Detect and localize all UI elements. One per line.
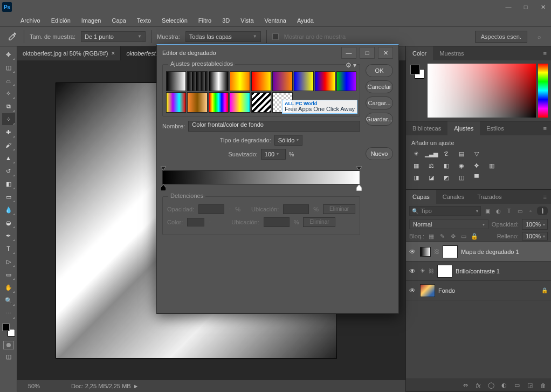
history-brush-tool[interactable]: ↺ [2, 165, 15, 177]
fill-select[interactable]: 100%▾ [522, 232, 548, 240]
screen-mode-toggle[interactable]: ◫ [2, 350, 15, 362]
gradient-name-input[interactable]: Color frontal/color de fondo [188, 121, 360, 132]
path-select-tool[interactable]: ▷ [2, 256, 15, 267]
hue-slider[interactable] [538, 64, 548, 118]
tab-color[interactable]: Color [406, 46, 433, 60]
eraser-tool[interactable]: ◧ [2, 178, 15, 190]
gradient-map-icon[interactable]: ▀ [472, 173, 481, 182]
photo-filter-icon[interactable]: ◉ [457, 161, 466, 170]
stop-location-input[interactable] [283, 204, 309, 214]
smooth-select[interactable]: 100▾ [261, 149, 286, 160]
move-tool[interactable]: ✥ [2, 49, 15, 60]
filter-image-icon[interactable]: ▣ [483, 207, 492, 215]
threshold-icon[interactable]: ◩ [442, 173, 451, 182]
opacity-stop-right[interactable] [356, 165, 362, 170]
brightness-icon[interactable]: ☀ [411, 149, 421, 158]
panel-menu-icon[interactable]: ≡ [539, 121, 551, 135]
preset-swatch-5[interactable] [272, 71, 292, 91]
clone-stamp-tool[interactable]: ▲ [2, 152, 15, 164]
tab-estilos[interactable]: Estilos [480, 121, 510, 135]
gradient-type-select[interactable]: Sólido▾ [274, 135, 303, 146]
opacity-select[interactable]: 100%▾ [522, 219, 548, 230]
tab-canales[interactable]: Canales [436, 190, 471, 204]
marquee-tool[interactable]: ◫ [2, 61, 15, 73]
tab-ajustes[interactable]: Ajustes [447, 121, 480, 135]
cancel-button[interactable]: Cancelar [366, 80, 393, 93]
preset-swatch-8[interactable] [336, 71, 356, 91]
menu-texto[interactable]: Texto [132, 16, 156, 25]
color-stop-right[interactable] [356, 184, 362, 190]
visibility-icon[interactable]: 👁 [409, 287, 417, 294]
preset-swatch-9[interactable] [166, 92, 186, 112]
window-close-button[interactable]: ✕ [537, 2, 549, 12]
lock-pixels-icon[interactable]: ▦ [428, 232, 435, 240]
menu-vista[interactable]: Vista [235, 16, 259, 25]
layer-row[interactable]: 👁⛓Mapa de degradado 1 [406, 242, 551, 262]
dialog-titlebar[interactable]: Editor de degradado — □ ✕ [157, 45, 398, 61]
group-icon[interactable]: ▭ [513, 382, 521, 389]
link-layers-icon[interactable]: ⇔ [462, 382, 469, 389]
eyedropper-tool[interactable]: ⁘ [2, 113, 15, 125]
menu-filtro[interactable]: Filtro [193, 16, 217, 25]
layer-thumbnail[interactable] [420, 284, 435, 297]
hue-icon[interactable]: ▦ [411, 161, 421, 170]
search-icon[interactable]: ⌕ [533, 30, 546, 43]
sample-size-select[interactable]: De 1 punto▼ [81, 31, 146, 42]
quick-select-tool[interactable]: ✧ [2, 87, 15, 99]
curves-icon[interactable]: ☡ [442, 149, 451, 158]
preset-swatch-3[interactable] [230, 71, 250, 91]
window-minimize-button[interactable]: — [502, 2, 514, 12]
ok-button[interactable]: OK [366, 64, 393, 77]
stop-opacity-input[interactable] [198, 204, 224, 214]
healing-tool[interactable]: ✚ [2, 126, 15, 138]
foreground-color-swatch[interactable] [410, 65, 420, 74]
visibility-icon[interactable]: 👁 [409, 267, 417, 275]
foreground-background-tool[interactable] [2, 324, 15, 336]
menu-3d[interactable]: 3D [217, 16, 235, 25]
presets-gear-icon[interactable]: ⚙ ▾ [346, 61, 356, 69]
mask-icon[interactable]: ◯ [487, 382, 495, 389]
tab-muestras[interactable]: Muestras [433, 46, 470, 60]
menu-selección[interactable]: Selección [156, 16, 193, 25]
menu-ventana[interactable]: Ventana [259, 16, 292, 25]
dialog-minimize-button[interactable]: — [341, 47, 356, 59]
brush-tool[interactable]: 🖌 [2, 139, 15, 151]
preset-swatch-4[interactable] [251, 71, 271, 91]
stop-delete-button[interactable]: Eliminar [323, 204, 355, 214]
preset-swatch-6[interactable] [294, 71, 314, 91]
layers-filter-select[interactable]: 🔍 Tipo ▾ [409, 206, 481, 216]
lock-position-icon[interactable]: ✥ [449, 232, 457, 240]
stop-color-delete-button[interactable]: Eliminar [303, 217, 335, 227]
color-lookup-icon[interactable]: ▥ [487, 161, 497, 170]
visibility-icon[interactable]: 👁 [409, 248, 417, 256]
balance-icon[interactable]: ⚖ [426, 161, 436, 170]
adjustment-layer-icon[interactable]: ◐ [500, 382, 508, 389]
stop-color-location-input[interactable] [264, 217, 290, 227]
color-stop-left[interactable] [161, 184, 166, 190]
menu-edición[interactable]: Edición [46, 16, 76, 25]
filter-type-icon[interactable]: T [505, 207, 513, 215]
lock-all-icon[interactable]: 🔒 [471, 232, 478, 240]
layer-name[interactable]: Mapa de degradado 1 [461, 249, 548, 255]
quick-mask-toggle[interactable] [3, 341, 14, 349]
rectangle-tool[interactable]: ▭ [2, 269, 15, 280]
preset-swatch-11[interactable] [209, 92, 229, 112]
menu-ayuda[interactable]: Ayuda [292, 16, 319, 25]
preset-swatch-12[interactable] [230, 92, 250, 112]
lock-artboard-icon[interactable]: ▭ [460, 232, 467, 240]
load-button[interactable]: Cargar... [366, 97, 393, 109]
dialog-maximize-button[interactable]: □ [360, 47, 375, 59]
pen-tool[interactable]: ✒ [2, 230, 15, 242]
levels-icon[interactable]: ▁▃▅ [426, 149, 436, 158]
blur-tool[interactable]: 💧 [2, 204, 15, 216]
filter-shape-icon[interactable]: ▭ [515, 207, 524, 215]
bw-icon[interactable]: ◧ [442, 161, 451, 170]
crop-tool[interactable]: ⧉ [2, 100, 15, 112]
invert-icon[interactable]: ◨ [411, 173, 421, 182]
new-button[interactable]: Nuevo [366, 147, 393, 160]
lock-brush-icon[interactable]: ✎ [438, 232, 446, 240]
show-ring-checkbox[interactable] [272, 33, 279, 40]
close-tab-icon[interactable]: × [111, 50, 115, 57]
document-tab-0[interactable]: oktoberfest.jpg al 50% (RGB/8#)× [17, 46, 121, 60]
zoom-tool[interactable]: 🔍 [2, 294, 15, 306]
